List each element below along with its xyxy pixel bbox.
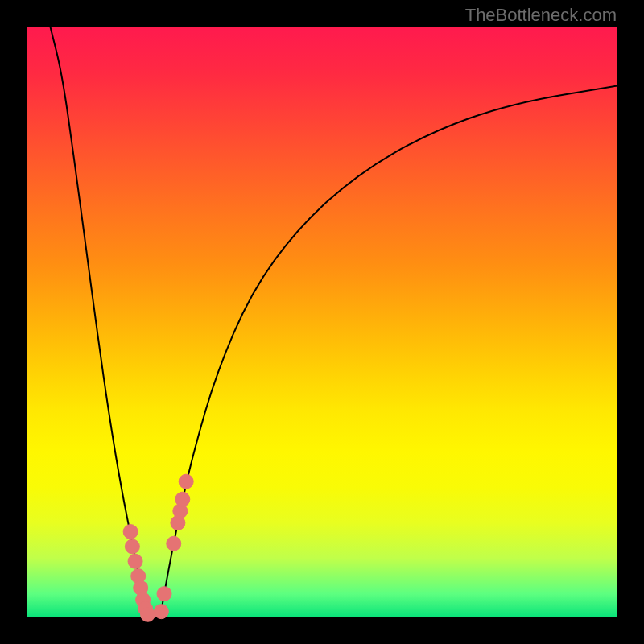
scatter-dot (128, 554, 142, 568)
scatter-dot (179, 474, 193, 489)
scatter-dot (157, 587, 171, 601)
chart-frame: TheBottleneck.com (0, 0, 644, 644)
scatter-dot (154, 605, 168, 619)
watermark-text: TheBottleneck.com (465, 5, 617, 26)
scatter-dots-group (123, 474, 193, 621)
scatter-dot (167, 536, 181, 551)
scatter-dot (125, 539, 139, 554)
scatter-dot (123, 525, 138, 539)
curve-right-branch (160, 85, 617, 617)
scatter-dot (140, 607, 155, 621)
chart-svg (27, 27, 617, 617)
scatter-dot (175, 492, 190, 506)
